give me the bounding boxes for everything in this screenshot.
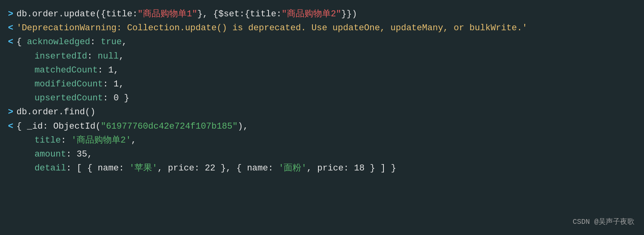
val-name-flour: '面粉' [279,161,306,175]
val-objectid: "61977760dc42e724f107b185" [101,119,237,133]
line-11: amount: 35, [8,147,636,161]
line-9: < { _id: ObjectId("61977760dc42e724f107b… [8,119,636,133]
cmd-find: db.order.find() [16,105,95,119]
val-modifiedcount: 1 [108,77,119,91]
line-12: detail: [ { name: '苹果', price: 22 }, { n… [8,161,636,175]
key-upsertedcount: upsertedCount [24,91,103,105]
prompt-lt-2: < [8,21,13,35]
line-1: > db.order.update({title:"商品购物单1"}, {$se… [8,7,636,21]
line-5: matchedCount: 1, [8,63,636,77]
line-2: < 'DeprecationWarning: Collection.update… [8,21,636,35]
key-amount: amount [24,147,66,161]
val-matchedcount: 1 [103,63,113,77]
line-7: upsertedCount: 0 } [8,91,636,105]
watermark: CSDN @吴声子夜歌 [573,216,634,228]
key-modifiedcount: modifiedCount [24,77,103,91]
line-10: title: '商品购物单2', [8,133,636,147]
val-name-apple: '苹果' [129,161,157,175]
val-title: '商品购物单2' [66,133,131,147]
key-acknowledged: acknowledged [22,35,90,49]
indent-6 [8,77,24,91]
indent-12 [8,161,24,175]
terminal: > db.order.update({title:"商品购物单1"}, {$se… [0,0,644,235]
key-detail: detail [24,161,66,175]
line-8: > db.order.find() [8,105,636,119]
line-4: insertedId: null, [8,49,636,63]
val-insertedid: null [93,49,119,63]
obj-open: { [16,35,22,49]
line-6: modifiedCount: 1, [8,77,636,91]
prompt-lt-9: < [8,119,13,133]
key-matchedcount: matchedCount [24,63,98,77]
indent-7 [8,91,24,105]
key-insertedid: insertedId [24,49,87,63]
prompt-gt-8: > [8,105,13,119]
prompt-lt-3: < [8,35,13,49]
prompt-gt-1: > [8,7,13,21]
val-acknowledged: true [95,35,122,49]
obj-open-2: { _id: ObjectId( [16,119,101,133]
indent-5 [8,63,24,77]
warning-text: 'DeprecationWarning: Collection.update()… [16,21,527,35]
indent-11 [8,147,24,161]
cmd-1: db.order.update({title:"商品购物单1"}, {$set:… [16,7,357,21]
key-title: title [24,133,61,147]
val-upsertedcount: 0 [108,91,124,105]
indent-10 [8,133,24,147]
indent-4 [8,49,24,63]
val-amount: 35 [71,147,87,161]
line-3: < { acknowledged: true, [8,35,636,49]
